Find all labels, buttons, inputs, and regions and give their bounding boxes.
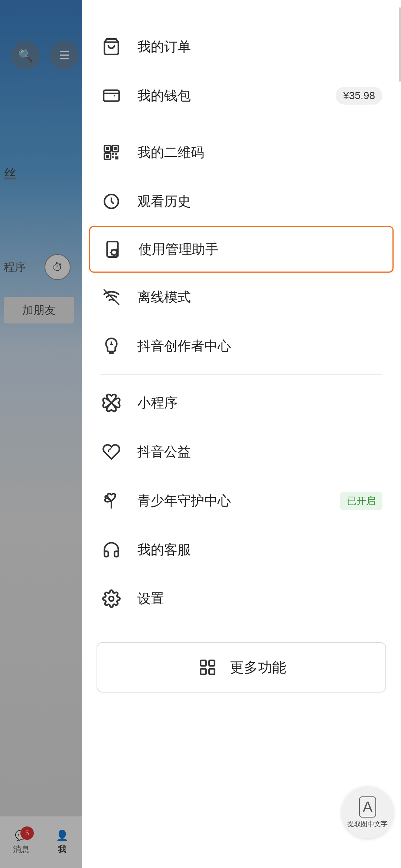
offline-label: 离线模式 [137, 288, 382, 306]
usage-manager-label: 使用管理助手 [138, 240, 381, 259]
menu-item-offline[interactable]: 离线模式 [82, 273, 401, 322]
gear-icon [100, 588, 123, 610]
svg-rect-5 [114, 147, 117, 150]
scrollbar[interactable] [398, 0, 401, 868]
pinwheel-icon [100, 392, 123, 414]
qrcode-icon [100, 141, 123, 164]
svg-point-17 [110, 402, 113, 404]
wallet-balance: ¥35.98 [336, 87, 382, 105]
wallet-label: 我的钱包 [137, 87, 321, 105]
orders-label: 我的订单 [137, 38, 382, 56]
more-features-label: 更多功能 [230, 658, 286, 677]
sprout-icon [100, 490, 123, 512]
svg-rect-10 [112, 156, 114, 158]
youth-center-badge: 已开启 [340, 492, 382, 510]
history-label: 观看历史 [137, 193, 382, 211]
svg-rect-1 [104, 90, 119, 101]
separator-3 [100, 627, 382, 627]
mini-program-label: 小程序 [137, 394, 382, 412]
menu-item-settings[interactable]: 设置 [82, 574, 401, 623]
svg-rect-11 [115, 156, 118, 159]
menu-item-youth-center[interactable]: 青少年守护中心 已开启 [82, 476, 401, 525]
menu-item-charity[interactable]: 抖音公益 [82, 427, 401, 476]
menu-item-usage-manager[interactable]: 使用管理助手 [89, 226, 394, 273]
grid-icon [196, 656, 219, 678]
headphone-icon [100, 539, 123, 561]
ocr-label: 提取图中文字 [348, 820, 388, 828]
menu-item-wallet[interactable]: 我的钱包 ¥35.98 [82, 71, 401, 120]
svg-rect-20 [209, 660, 215, 666]
menu-item-customer-service[interactable]: 我的客服 [82, 525, 401, 574]
svg-rect-22 [209, 669, 215, 674]
menu-item-orders[interactable]: 我的订单 [82, 22, 401, 71]
ocr-button[interactable]: A 提取图中文字 [342, 786, 394, 838]
more-features-button[interactable]: 更多功能 [97, 642, 386, 693]
svg-rect-9 [115, 153, 117, 155]
menu-item-mini-program[interactable]: 小程序 [82, 378, 401, 427]
qrcode-label: 我的二维码 [137, 144, 382, 162]
svg-point-18 [109, 596, 114, 601]
customer-service-label: 我的客服 [137, 541, 382, 559]
separator-1 [100, 124, 382, 124]
charity-icon [100, 441, 123, 463]
menu-item-history[interactable]: 观看历史 [82, 177, 401, 226]
settings-label: 设置 [137, 590, 382, 608]
ocr-icon: A [359, 796, 376, 818]
wallet-icon [100, 85, 123, 107]
menu-item-creator-center[interactable]: 抖音创作者中心 [82, 322, 401, 371]
svg-rect-3 [106, 147, 109, 150]
lightbulb-icon [100, 335, 123, 357]
svg-rect-19 [200, 660, 206, 666]
cart-icon [100, 36, 123, 58]
youth-center-label: 青少年守护中心 [137, 492, 318, 510]
scrollbar-thumb [399, 7, 401, 82]
phone-settings-icon [101, 238, 124, 260]
history-icon [100, 190, 123, 213]
menu-item-qrcode[interactable]: 我的二维码 [82, 128, 401, 177]
svg-rect-7 [106, 155, 109, 158]
separator-2 [100, 374, 382, 375]
svg-rect-21 [200, 669, 206, 674]
charity-label: 抖音公益 [137, 443, 382, 461]
offline-icon [100, 286, 123, 308]
creator-center-label: 抖音创作者中心 [137, 337, 382, 355]
svg-rect-8 [112, 153, 114, 155]
side-drawer: 我的订单 我的钱包 ¥35.98 我的二维码 观看历史 [82, 0, 401, 868]
